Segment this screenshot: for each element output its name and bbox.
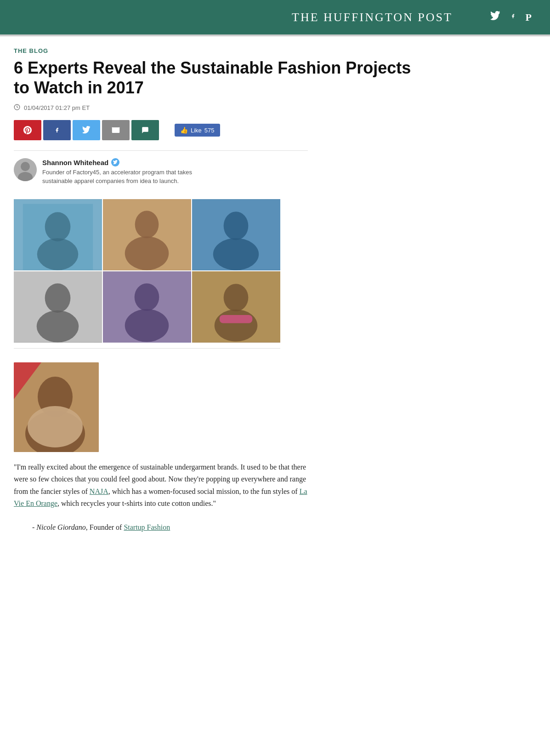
share-pinterest-button[interactable] <box>14 120 41 140</box>
author-name-text: Shannon Whitehead <box>42 159 108 166</box>
startup-fashion-link[interactable]: Startup Fashion <box>124 523 170 531</box>
grid-cell-6 <box>192 271 280 343</box>
naja-link[interactable]: NAJA <box>90 487 108 495</box>
article-date: 01/04/2017 01:27 pm ET <box>24 104 90 111</box>
svg-point-13 <box>224 212 249 240</box>
author-name-row: Shannon Whitehead <box>42 158 198 166</box>
divider-top <box>14 150 308 151</box>
grid-cell-4 <box>14 271 102 343</box>
share-twitter-button[interactable] <box>73 120 100 140</box>
quote-text-end: , which recycles your t-shirts into cute… <box>57 499 216 507</box>
blog-label: THE BLOG <box>14 47 427 54</box>
article-image-grid <box>14 199 280 343</box>
twitter-icon[interactable] <box>490 11 500 23</box>
svg-point-10 <box>135 211 159 238</box>
author-twitter-badge[interactable] <box>111 158 119 166</box>
svg-point-29 <box>28 406 83 447</box>
svg-point-16 <box>45 283 71 313</box>
quote-text-mid: , which has a women-focused social missi… <box>108 487 300 495</box>
pinterest-icon[interactable]: P <box>526 11 532 23</box>
share-email-button[interactable] <box>102 120 130 140</box>
author-info: Shannon Whitehead Founder of Factory45, … <box>42 158 198 185</box>
grid-cell-1 <box>14 199 102 270</box>
author-section: Shannon Whitehead Founder of Factory45, … <box>14 158 427 190</box>
site-title: THE HUFFINGTON POST <box>254 11 490 24</box>
svg-point-14 <box>213 238 259 270</box>
main-content: THE BLOG 6 Experts Reveal the Sustainabl… <box>0 36 441 550</box>
clock-icon <box>14 104 20 112</box>
attribution-name: - Nicole Giordano <box>32 523 86 531</box>
grid-cell-5 <box>103 271 191 343</box>
grid-row-top <box>14 199 280 270</box>
article-meta: 01/04/2017 01:27 pm ET <box>14 104 427 112</box>
site-header: THE HUFFINGTON POST P <box>0 0 550 34</box>
share-row: 👍 Like 575 <box>14 120 427 140</box>
article-divider <box>14 348 280 349</box>
svg-point-20 <box>125 309 169 342</box>
like-count: 575 <box>204 127 215 134</box>
article-body: "I'm really excited about the emergence … <box>14 461 308 510</box>
author-description: Founder of Factory45, an accelerator pro… <box>42 168 198 185</box>
svg-point-3 <box>21 162 30 171</box>
like-label: Like <box>191 127 202 134</box>
share-comment-button[interactable] <box>131 120 159 140</box>
share-facebook-button[interactable] <box>43 120 71 140</box>
svg-point-23 <box>215 309 258 342</box>
svg-rect-24 <box>220 315 253 323</box>
svg-point-8 <box>37 238 79 270</box>
svg-point-19 <box>135 283 159 311</box>
thumbs-up-icon: 👍 <box>180 126 188 134</box>
author-avatar <box>14 158 37 181</box>
svg-point-17 <box>37 310 79 343</box>
portrait-image <box>14 362 99 452</box>
grid-cell-3 <box>192 199 280 270</box>
like-button[interactable]: 👍 Like 575 <box>175 124 220 137</box>
facebook-icon[interactable] <box>510 11 516 23</box>
svg-point-11 <box>125 236 169 270</box>
grid-cell-2 <box>103 199 191 270</box>
header-social-links: P <box>490 11 532 23</box>
article-title: 6 Experts Reveal the Sustainable Fashion… <box>14 58 427 97</box>
quote-attribution: - Nicole Giordano, Founder of Startup Fa… <box>14 523 427 532</box>
attribution-middle: , Founder of <box>86 523 124 531</box>
grid-row-bottom <box>14 271 280 343</box>
svg-point-7 <box>45 212 71 241</box>
svg-point-22 <box>224 284 249 311</box>
